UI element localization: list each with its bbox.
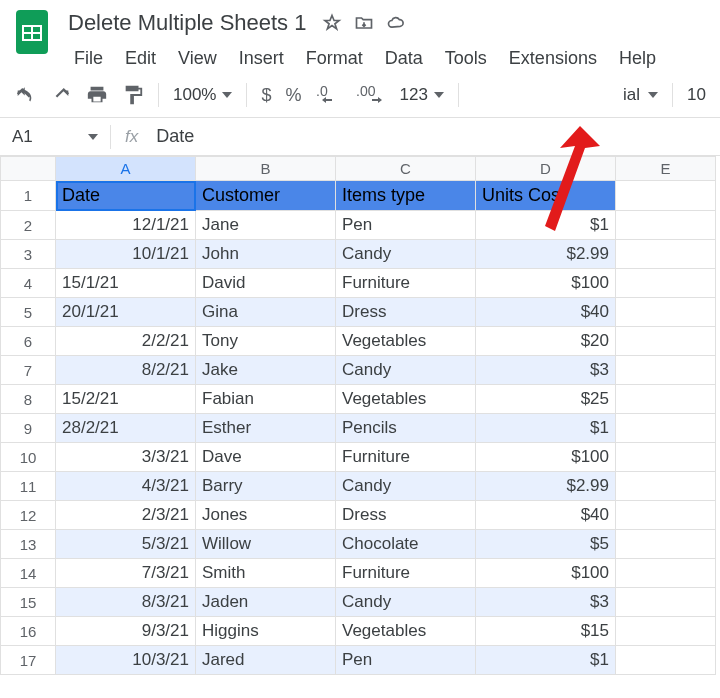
cell[interactable]: 28/2/21 (56, 414, 196, 443)
row-header[interactable]: 17 (1, 646, 56, 675)
cell[interactable]: Pen (336, 211, 476, 240)
menu-file[interactable]: File (64, 44, 113, 73)
zoom-select[interactable]: 100% (173, 85, 232, 105)
name-box[interactable]: A1 (0, 119, 110, 155)
paint-format-icon[interactable] (122, 84, 144, 106)
menu-view[interactable]: View (168, 44, 227, 73)
cell[interactable]: $20 (476, 327, 616, 356)
cell[interactable]: Chocolate (336, 530, 476, 559)
cell[interactable]: $3 (476, 356, 616, 385)
row-header[interactable]: 4 (1, 269, 56, 298)
cell[interactable] (616, 617, 716, 646)
sheets-logo-icon[interactable] (12, 8, 52, 56)
redo-icon[interactable] (50, 84, 72, 106)
cell[interactable]: 5/3/21 (56, 530, 196, 559)
cell[interactable]: Dress (336, 501, 476, 530)
font-family-select[interactable]: ial (623, 85, 658, 105)
cell[interactable] (616, 530, 716, 559)
cell[interactable]: $1 (476, 211, 616, 240)
cell[interactable]: Candy (336, 240, 476, 269)
cell[interactable]: $1 (476, 646, 616, 675)
cell[interactable]: Dave (196, 443, 336, 472)
row-header[interactable]: 5 (1, 298, 56, 327)
cell[interactable]: Jaden (196, 588, 336, 617)
cell[interactable]: 20/1/21 (56, 298, 196, 327)
cell[interactable]: Candy (336, 588, 476, 617)
column-header-C[interactable]: C (336, 157, 476, 181)
cell[interactable]: 4/3/21 (56, 472, 196, 501)
cell[interactable]: Candy (336, 472, 476, 501)
cell[interactable]: $100 (476, 269, 616, 298)
menu-extensions[interactable]: Extensions (499, 44, 607, 73)
cell[interactable]: 10/3/21 (56, 646, 196, 675)
format-123-select[interactable]: 123 (400, 85, 444, 105)
cell[interactable]: Dress (336, 298, 476, 327)
cell[interactable]: Smith (196, 559, 336, 588)
cell[interactable]: John (196, 240, 336, 269)
menu-tools[interactable]: Tools (435, 44, 497, 73)
cell[interactable] (616, 298, 716, 327)
cell[interactable]: 12/1/21 (56, 211, 196, 240)
row-header[interactable]: 2 (1, 211, 56, 240)
cell[interactable]: $3 (476, 588, 616, 617)
column-header-E[interactable]: E (616, 157, 716, 181)
cell[interactable]: Pencils (336, 414, 476, 443)
cell[interactable]: $40 (476, 298, 616, 327)
cell[interactable]: Jane (196, 211, 336, 240)
cloud-status-icon[interactable] (386, 13, 406, 33)
cell[interactable]: $100 (476, 443, 616, 472)
row-header[interactable]: 14 (1, 559, 56, 588)
cell[interactable]: Customer (196, 181, 336, 211)
column-header-A[interactable]: A (56, 157, 196, 181)
row-header[interactable]: 16 (1, 617, 56, 646)
cell[interactable]: $15 (476, 617, 616, 646)
cell[interactable] (616, 501, 716, 530)
cell[interactable]: 3/3/21 (56, 443, 196, 472)
cell[interactable]: Jake (196, 356, 336, 385)
row-header[interactable]: 9 (1, 414, 56, 443)
undo-icon[interactable] (14, 84, 36, 106)
document-title[interactable]: Delete Multiple Sheets 1 (64, 8, 310, 38)
cell[interactable] (616, 211, 716, 240)
cell[interactable]: 15/1/21 (56, 269, 196, 298)
cell[interactable]: Vegetables (336, 617, 476, 646)
increase-decimal-icon[interactable]: .00 (356, 84, 386, 106)
font-size-select[interactable]: 10 (687, 85, 706, 105)
cell[interactable]: 2/3/21 (56, 501, 196, 530)
cell[interactable]: Barry (196, 472, 336, 501)
cell[interactable]: $40 (476, 501, 616, 530)
cell[interactable]: Tony (196, 327, 336, 356)
cell[interactable]: Units Cost (476, 181, 616, 211)
menu-edit[interactable]: Edit (115, 44, 166, 73)
row-header[interactable]: 1 (1, 181, 56, 211)
cell[interactable] (616, 356, 716, 385)
cell[interactable]: 9/3/21 (56, 617, 196, 646)
row-header[interactable]: 10 (1, 443, 56, 472)
cell[interactable]: Jared (196, 646, 336, 675)
row-header[interactable]: 15 (1, 588, 56, 617)
cell[interactable]: Candy (336, 356, 476, 385)
row-header[interactable]: 8 (1, 385, 56, 414)
formula-input[interactable]: Date (152, 118, 198, 155)
cell[interactable]: Furniture (336, 559, 476, 588)
row-header[interactable]: 3 (1, 240, 56, 269)
decrease-decimal-icon[interactable]: .0 (316, 84, 342, 106)
cell[interactable]: 2/2/21 (56, 327, 196, 356)
row-header[interactable]: 6 (1, 327, 56, 356)
cell[interactable] (616, 240, 716, 269)
cell[interactable]: Esther (196, 414, 336, 443)
currency-icon[interactable]: $ (261, 85, 271, 106)
cell[interactable]: 7/3/21 (56, 559, 196, 588)
cell[interactable] (616, 559, 716, 588)
cell[interactable]: $2.99 (476, 240, 616, 269)
star-icon[interactable] (322, 13, 342, 33)
cell[interactable]: 8/2/21 (56, 356, 196, 385)
column-header-D[interactable]: D (476, 157, 616, 181)
menu-insert[interactable]: Insert (229, 44, 294, 73)
menu-help[interactable]: Help (609, 44, 666, 73)
cell[interactable] (616, 181, 716, 211)
cell[interactable]: $100 (476, 559, 616, 588)
cell[interactable]: 8/3/21 (56, 588, 196, 617)
cell[interactable] (616, 646, 716, 675)
row-header[interactable]: 13 (1, 530, 56, 559)
